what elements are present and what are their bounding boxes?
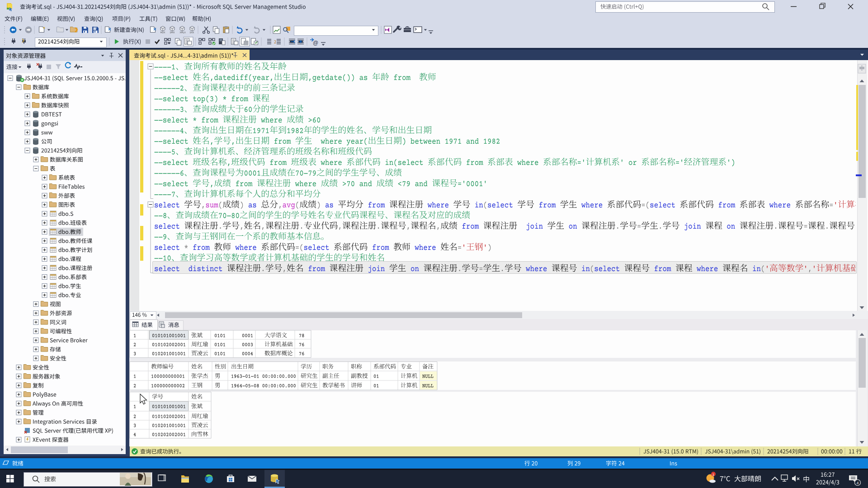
svg-text:4: 4 [857,481,859,485]
svg-text:@: @ [313,40,318,46]
svg-text:1: 1 [712,473,715,477]
